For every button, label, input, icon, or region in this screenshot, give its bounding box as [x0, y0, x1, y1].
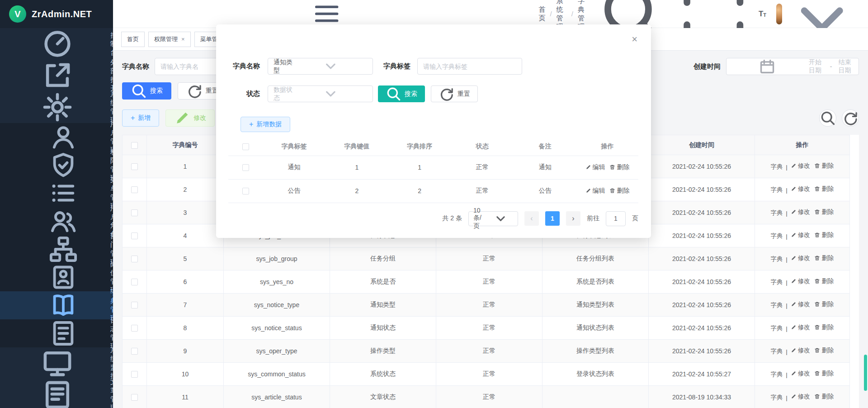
sidebar-item-external-open[interactable]: 外部打开 [0, 60, 113, 91]
dict-data-link[interactable]: 字典 [771, 209, 783, 217]
sidebar-item-log-management[interactable]: 日志管理 [0, 319, 113, 347]
modal-delete-link[interactable]: 删除 [609, 163, 629, 171]
delete-link[interactable]: 删除 [814, 346, 834, 355]
sidebar-item-dict-management[interactable]: 字典管理 [0, 291, 113, 319]
sidebar-item-post-management[interactable]: 岗位管理 [0, 263, 113, 291]
date-range-picker[interactable]: 开始日期 - 结束日期 [726, 58, 859, 75]
modal-reset-button[interactable]: 重置 [431, 85, 478, 102]
row-checkbox[interactable] [131, 232, 138, 239]
edit-link[interactable]: 修改 [791, 231, 810, 239]
hamburger-icon[interactable] [124, 0, 529, 28]
edit-button[interactable]: 修改 [165, 109, 215, 127]
row-checkbox[interactable] [131, 256, 138, 262]
edit-link[interactable]: 修改 [791, 208, 810, 216]
select-all-checkbox[interactable] [131, 142, 138, 149]
tab-permission-management[interactable]: 权限管理 × [148, 32, 191, 47]
table-search-toggle-button[interactable] [819, 109, 836, 127]
delete-link[interactable]: 删除 [814, 323, 834, 332]
modal-search-button[interactable]: 搜索 [378, 85, 425, 102]
add-button[interactable]: + 新增 [122, 109, 159, 127]
prev-page-button[interactable]: ‹ [524, 211, 539, 226]
modal-row-checkbox[interactable] [242, 188, 249, 195]
edit-link[interactable]: 修改 [791, 254, 810, 262]
delete-link[interactable]: 删除 [814, 300, 834, 308]
dict-data-link[interactable]: 字典 [771, 347, 783, 356]
dict-data-link[interactable]: 字典 [771, 324, 783, 332]
tab-home[interactable]: 首页 [121, 32, 145, 47]
sidebar-item-menu-management[interactable]: 菜单管理 [0, 179, 113, 207]
dict-data-link[interactable]: 字典 [771, 255, 783, 263]
edit-link[interactable]: 修改 [791, 300, 810, 308]
dict-type-link[interactable]: sys_notice_status [224, 317, 330, 340]
dict-data-link[interactable]: 字典 [771, 370, 783, 379]
date-start-placeholder[interactable]: 开始日期 [809, 58, 824, 75]
dict-data-link[interactable]: 字典 [771, 394, 783, 402]
edit-link[interactable]: 修改 [791, 185, 810, 193]
date-end-placeholder[interactable]: 结束日期 [838, 58, 853, 75]
dict-type-link[interactable]: sys_notice_type [224, 294, 330, 317]
modal-dict-name-select[interactable]: 通知类型 [268, 58, 373, 75]
dict-type-link[interactable]: sys_job_group [224, 247, 330, 270]
modal-select-all-checkbox[interactable] [242, 143, 249, 150]
font-size-icon[interactable]: TT [759, 10, 766, 18]
current-page-button[interactable]: 1 [545, 211, 560, 226]
delete-link[interactable]: 删除 [814, 231, 834, 239]
row-checkbox[interactable] [131, 394, 138, 401]
tab-close-icon[interactable]: × [181, 36, 185, 43]
page-scrollbar[interactable] [864, 355, 867, 391]
search-button[interactable]: 搜索 [122, 82, 171, 100]
edit-link[interactable]: 修改 [791, 370, 810, 378]
dict-type-link[interactable]: sys_common_status [224, 363, 330, 386]
close-icon[interactable]: × [632, 34, 637, 44]
delete-link[interactable]: 删除 [814, 370, 834, 378]
modal-delete-link[interactable]: 删除 [609, 187, 629, 195]
edit-link[interactable]: 修改 [791, 162, 810, 170]
sidebar-item-system-monitor[interactable]: 系统监控 [0, 347, 113, 379]
edit-link[interactable]: 修改 [791, 346, 810, 355]
dict-data-link[interactable]: 字典 [771, 278, 783, 286]
sidebar-item-permission-management[interactable]: 权限管理 [0, 151, 113, 179]
delete-link[interactable]: 删除 [814, 393, 834, 401]
row-checkbox[interactable] [131, 163, 138, 170]
dict-data-link[interactable]: 字典 [771, 301, 783, 309]
edit-link[interactable]: 修改 [791, 277, 810, 285]
edit-link[interactable]: 修改 [791, 323, 810, 332]
page-size-select[interactable]: 10条/页 [468, 211, 518, 226]
sidebar-item-dashboard[interactable]: 控制台 [0, 28, 113, 60]
row-checkbox[interactable] [131, 209, 138, 216]
delete-link[interactable]: 删除 [814, 162, 834, 170]
delete-link[interactable]: 删除 [814, 185, 834, 193]
sidebar-item-system-management[interactable]: 系统管理 [0, 91, 113, 123]
row-checkbox[interactable] [131, 325, 138, 332]
delete-link[interactable]: 删除 [814, 254, 834, 262]
table-refresh-button[interactable] [842, 109, 859, 127]
dict-type-link[interactable]: sys_oper_type [224, 340, 330, 363]
row-checkbox[interactable] [131, 371, 138, 378]
dict-data-link[interactable]: 字典 [771, 186, 783, 194]
modal-status-select[interactable]: 数据状态 [268, 85, 373, 102]
sidebar-item-department-management[interactable]: 部门管理 [0, 235, 113, 263]
sidebar-item-user-role[interactable]: 用户角色 [0, 207, 113, 235]
row-checkbox[interactable] [131, 279, 138, 285]
modal-row-checkbox[interactable] [242, 164, 249, 171]
goto-page-input[interactable] [606, 211, 626, 226]
modal-edit-link[interactable]: 编辑 [585, 187, 605, 195]
row-checkbox[interactable] [131, 186, 138, 193]
dict-data-link[interactable]: 字典 [771, 163, 783, 171]
dict-data-link[interactable]: 字典 [771, 232, 783, 240]
dict-type-link[interactable]: sys_article_status [224, 386, 330, 408]
modal-add-data-button[interactable]: + 新增数据 [241, 117, 290, 132]
modal-dict-label-input[interactable] [417, 58, 522, 75]
dict-type-link[interactable]: sys_yes_no [224, 270, 330, 294]
modal-edit-link[interactable]: 编辑 [585, 163, 605, 171]
next-page-button[interactable]: › [566, 211, 580, 226]
breadcrumb-home[interactable]: 首页 [538, 5, 545, 23]
delete-link[interactable]: 删除 [814, 208, 834, 216]
row-checkbox[interactable] [131, 302, 138, 308]
edit-link[interactable]: 修改 [791, 393, 810, 401]
sidebar-item-article-management[interactable]: 文章管理 [0, 379, 113, 408]
avatar[interactable] [776, 4, 782, 24]
row-checkbox[interactable] [131, 348, 138, 355]
delete-link[interactable]: 删除 [814, 277, 834, 285]
sidebar-item-user-management[interactable]: 用户管理 [0, 123, 113, 151]
